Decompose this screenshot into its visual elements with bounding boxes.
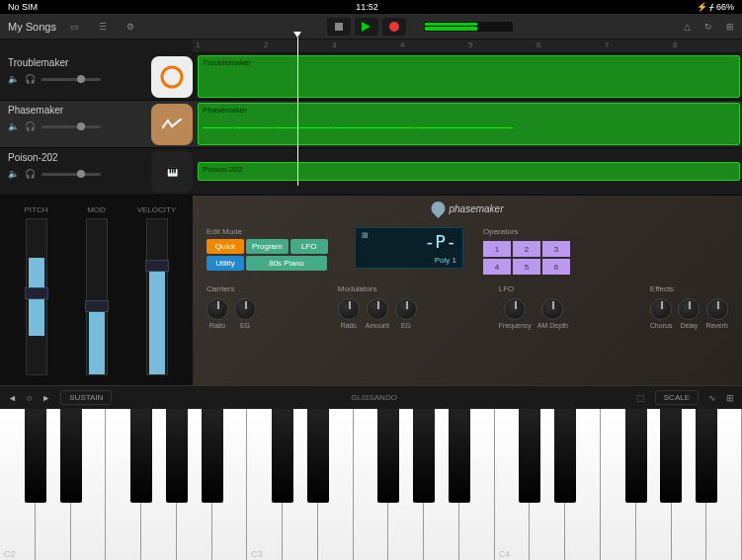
chorus-knob[interactable] [650, 298, 672, 320]
amdepth-knob[interactable] [541, 298, 563, 320]
instrument-icon[interactable] [151, 56, 193, 98]
operator-button[interactable]: 1 [483, 241, 511, 257]
timeline-ruler[interactable]: 1 2 3 4 5 6 7 8 [193, 40, 742, 53]
track-row[interactable]: Phasemaker 🔈 🎧 Phasemaker [0, 101, 742, 148]
headphone-icon[interactable]: 🎧 [25, 169, 36, 179]
track-name: Troublemaker [8, 57, 140, 68]
keyboard-settings-icon[interactable]: ⊞ [726, 393, 734, 403]
carrier-label: No SIM [8, 2, 38, 12]
eg-knob[interactable] [395, 298, 417, 320]
headphone-icon[interactable]: 🎧 [25, 74, 36, 84]
mod-slider[interactable] [86, 218, 108, 375]
preset-button[interactable]: 80s Piano [246, 256, 327, 271]
scale-button[interactable]: SCALE [655, 390, 699, 405]
black-key[interactable] [554, 409, 576, 503]
svg-point-0 [162, 67, 182, 87]
operator-button[interactable]: 3 [542, 241, 570, 257]
keyboard-toolbar: ◄ ○ ► SUSTAIN GLISSANDO ⬚ SCALE ∿ ⊞ [0, 385, 742, 409]
midi-clip[interactable]: Phasemaker [198, 103, 740, 145]
track-name: Poison-202 [8, 152, 140, 163]
clock: 11:52 [356, 2, 378, 12]
settings-icon[interactable]: ⊞ [726, 22, 734, 32]
edit-mode-label: Edit Mode [206, 227, 335, 236]
operator-button[interactable]: 6 [542, 259, 570, 275]
operator-button[interactable]: 4 [483, 259, 511, 275]
browser-icon[interactable]: ▭ [66, 20, 84, 34]
carriers-label: Carriers [206, 284, 256, 293]
ratio-knob[interactable] [338, 298, 360, 320]
stop-button[interactable] [327, 18, 351, 36]
metronome-icon[interactable]: △ [684, 22, 691, 32]
mixer-icon[interactable]: ⚙ [122, 20, 139, 34]
operator-button[interactable]: 5 [513, 259, 540, 275]
mute-icon[interactable]: 🔈 [8, 169, 19, 179]
velocity-label: VELOCITY [137, 205, 177, 214]
ratio-knob[interactable] [206, 298, 228, 320]
pitch-label: PITCH [25, 205, 48, 214]
black-key[interactable] [272, 409, 293, 503]
black-key[interactable] [166, 409, 188, 503]
black-key[interactable] [696, 409, 717, 503]
record-button[interactable] [382, 18, 406, 36]
black-key[interactable] [60, 409, 82, 503]
edit-utility-button[interactable]: Utility [206, 256, 244, 271]
mod-label: MOD [87, 205, 106, 214]
my-songs-button[interactable]: My Songs [8, 21, 56, 33]
synth-panel: phasemaker Edit Mode Quick Program LFO U… [193, 196, 742, 385]
midi-clip[interactable]: Troublemaker [198, 55, 740, 98]
octave-down-button[interactable]: ◄ [8, 393, 17, 403]
black-key[interactable] [625, 409, 647, 503]
reverb-knob[interactable] [706, 298, 728, 320]
toolbar: My Songs ▭ ☰ ⚙ △ ↻ ⊞ [0, 14, 742, 40]
sustain-button[interactable]: SUSTAIN [60, 390, 112, 405]
volume-slider[interactable] [41, 125, 101, 128]
frequency-knob[interactable] [504, 298, 526, 320]
pitch-slider[interactable] [26, 218, 47, 375]
midi-clip[interactable]: Poison-202 [198, 162, 740, 181]
master-level-meter [424, 22, 513, 32]
performance-controls: PITCH MOD VELOCITY [0, 196, 193, 385]
tracks-view-icon[interactable]: ☰ [94, 20, 112, 34]
arpeggiator-icon[interactable]: ∿ [708, 393, 716, 403]
black-key[interactable] [449, 409, 470, 503]
synth-brand: phasemaker [431, 201, 503, 215]
velocity-slider[interactable] [146, 218, 168, 375]
edit-lfo-button[interactable]: LFO [290, 239, 328, 254]
operator-button[interactable]: 2 [513, 241, 540, 257]
play-button[interactable] [355, 18, 378, 36]
mute-icon[interactable]: 🔈 [8, 121, 19, 131]
battery-label: ⚡ ᚋ 66% [697, 2, 734, 12]
black-key[interactable] [519, 409, 540, 503]
black-key[interactable] [660, 409, 682, 503]
black-key[interactable] [413, 409, 435, 503]
keyboard-layout-icon[interactable]: ⬚ [636, 393, 645, 403]
black-key[interactable] [130, 409, 152, 503]
instrument-icon[interactable] [151, 104, 193, 145]
black-key[interactable] [25, 409, 46, 503]
edit-quick-button[interactable]: Quick [206, 239, 244, 254]
delay-knob[interactable] [678, 298, 700, 320]
octave-indicator: ○ [27, 393, 32, 403]
modulators-label: Modulators [338, 284, 417, 293]
edit-program-button[interactable]: Program [246, 239, 289, 254]
track-name: Phasemaker [8, 105, 140, 116]
eg-knob[interactable] [234, 298, 256, 320]
volume-slider[interactable] [41, 78, 101, 81]
octave-up-button[interactable]: ► [41, 393, 50, 403]
loop-icon[interactable]: ↻ [704, 22, 712, 32]
black-key[interactable] [202, 409, 223, 503]
track-row[interactable]: Troublemaker 🔈 🎧 Troublemaker [0, 53, 742, 101]
synth-display: ⊞-P- Poly 1 [355, 227, 463, 269]
piano-keyboard[interactable]: C2 C3 C4 [0, 409, 742, 560]
operators-label: Operators [483, 227, 570, 236]
headphone-icon[interactable]: 🎧 [25, 121, 36, 131]
playhead[interactable] [297, 38, 298, 186]
instrument-icon[interactable]: 🎹 [151, 151, 193, 193]
mute-icon[interactable]: 🔈 [8, 74, 19, 84]
amount-knob[interactable] [367, 298, 388, 320]
black-key[interactable] [377, 409, 399, 503]
glissando-label[interactable]: GLISSANDO [351, 393, 397, 402]
volume-slider[interactable] [41, 173, 101, 176]
black-key[interactable] [307, 409, 329, 503]
track-row[interactable]: Poison-202 🔈 🎧 🎹 Poison-202 [0, 148, 742, 196]
